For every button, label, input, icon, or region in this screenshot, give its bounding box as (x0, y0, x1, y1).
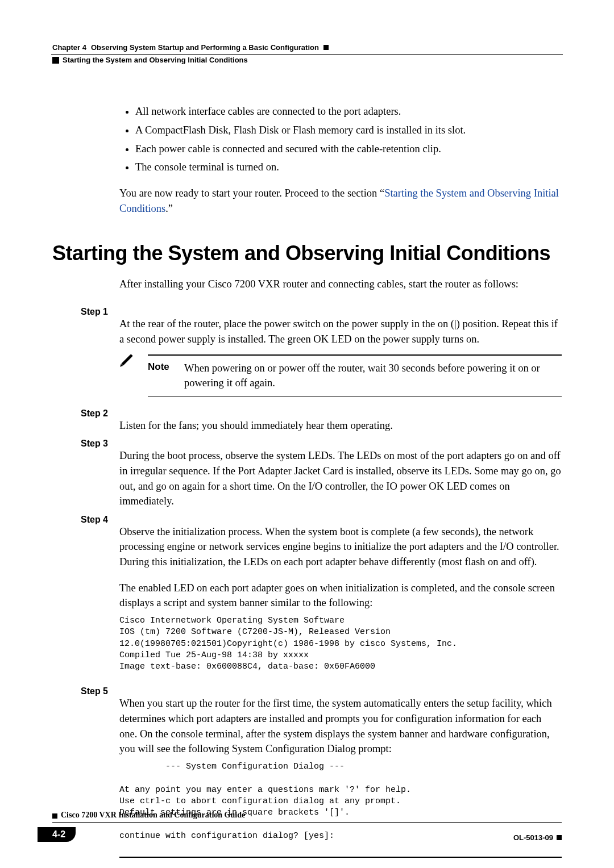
page-header: Chapter 4 Observing System Startup and P… (52, 43, 562, 52)
step-label: Step 3 (52, 437, 108, 509)
note-rule-bottom (148, 397, 562, 397)
header-bullet-icon (52, 57, 59, 64)
prerequisite-block: All network interface cables are connect… (119, 104, 562, 216)
footer-marker-icon (52, 813, 57, 819)
section-heading: Starting the System and Observing Initia… (52, 241, 562, 265)
step-1-text: At the rear of the router, place the pow… (119, 316, 562, 347)
doc-number-text: OL-5013-09 (513, 833, 553, 842)
step-1: Step 1 At the rear of the router, place … (52, 306, 562, 347)
step-4-text-2: The enabled LED on each port adapter goe… (119, 581, 562, 611)
section-intro: After installing your Cisco 7200 VXR rou… (119, 277, 562, 292)
step-label: Step 4 (52, 514, 108, 681)
header-rule (51, 54, 563, 55)
list-item: The console terminal is turned on. (135, 160, 562, 175)
step-4-code: Cisco Internetwork Operating System Soft… (119, 615, 562, 673)
page-number: 4-2 (38, 827, 76, 842)
lead-text: You are now ready to start your router. … (119, 187, 384, 199)
note-label: Note (148, 361, 173, 391)
step-3-text: During the boot process, observe the sys… (119, 448, 562, 509)
lead-paragraph: You are now ready to start your router. … (119, 186, 562, 216)
document-number: OL-5013-09 (513, 833, 562, 842)
list-item: All network interface cables are connect… (135, 104, 562, 119)
page-footer: Cisco 7200 VXR Installation and Configur… (52, 811, 562, 842)
note-block: Note When powering on or power off the r… (119, 354, 562, 397)
step-3: Step 3 During the boot process, observe … (52, 437, 562, 509)
list-item: Each power cable is connected and secure… (135, 141, 562, 157)
list-item: A CompactFlash Disk, Flash Disk or Flash… (135, 123, 562, 138)
step-4-text-1: Observe the initialization process. When… (119, 524, 562, 570)
prerequisite-list: All network interface cables are connect… (119, 104, 562, 175)
running-section-title: Starting the System and Observing Initia… (63, 56, 248, 64)
footer-rule (52, 822, 562, 823)
end-rule (119, 857, 562, 858)
step-2: Step 2 Listen for the fans; you should i… (52, 407, 562, 433)
lead-tail: .” (165, 203, 173, 214)
section-reference: Starting the System and Observing Initia… (52, 56, 248, 64)
step-4: Step 4 Observe the initialization proces… (52, 514, 562, 681)
note-text: When powering on or power off the router… (184, 361, 562, 391)
note-pencil-icon (119, 354, 140, 397)
step-2-text: Listen for the fans; you should immediat… (119, 418, 562, 433)
footer-end-marker-icon (557, 835, 562, 840)
chapter-label: Chapter 4 (52, 43, 86, 52)
footer-guide-title: Cisco 7200 VXR Installation and Configur… (61, 811, 245, 821)
chapter-title: Observing System Startup and Performing … (91, 43, 319, 52)
header-marker-icon (323, 45, 329, 50)
step-label: Step 1 (52, 306, 108, 347)
note-rule-top (148, 354, 562, 356)
step-5-text: When you start up the router for the fir… (119, 696, 562, 757)
step-label: Step 2 (52, 407, 108, 433)
chapter-reference: Chapter 4 Observing System Startup and P… (52, 43, 329, 52)
